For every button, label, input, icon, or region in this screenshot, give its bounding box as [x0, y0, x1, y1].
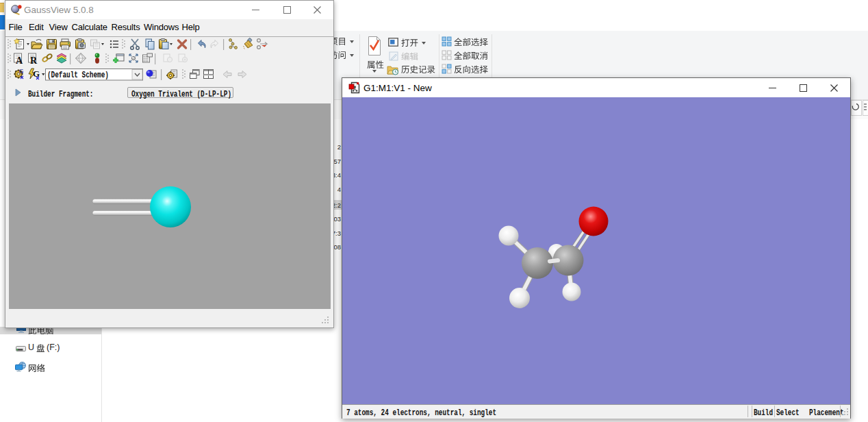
svg-text:R: R: [30, 55, 38, 66]
svg-text:A: A: [16, 55, 23, 66]
svg-text:G: G: [19, 69, 23, 75]
